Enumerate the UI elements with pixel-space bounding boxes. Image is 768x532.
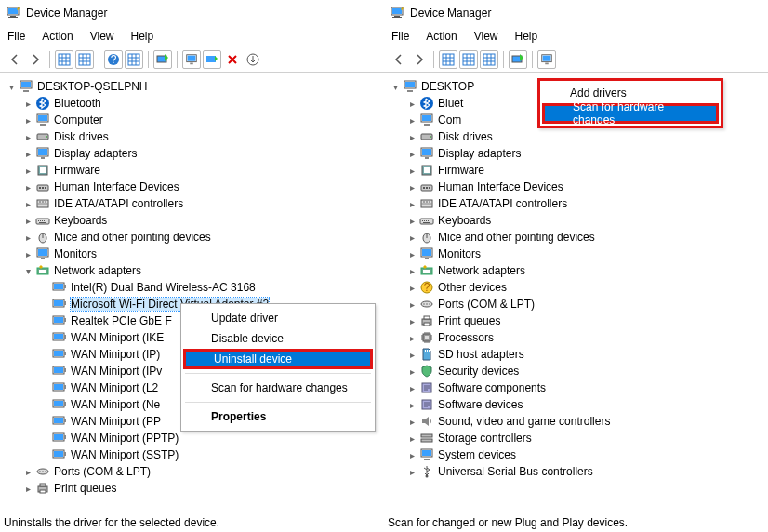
expand-icon[interactable]: ▸: [22, 232, 33, 243]
tree-device[interactable]: ▸WAN Miniport (SSTP): [4, 446, 384, 463]
expand-icon[interactable]: ▸: [22, 248, 33, 259]
update-driver-button[interactable]: [182, 50, 201, 69]
tree-category[interactable]: ▸Monitors: [4, 246, 384, 262]
tree-category[interactable]: ▸IDE ATA/ATAPI controllers: [388, 195, 768, 212]
tree-category[interactable]: ▸Display adapters: [4, 145, 384, 162]
expand-icon[interactable]: ▸: [406, 432, 417, 444]
forward-button[interactable]: [410, 50, 429, 69]
expand-icon[interactable]: ▸: [22, 466, 33, 477]
tree-category[interactable]: ▸Storage controllers: [388, 430, 768, 446]
expand-icon[interactable]: ▸: [406, 299, 417, 310]
expand-icon[interactable]: ▾: [6, 81, 17, 92]
tree-category[interactable]: ▸Monitors: [388, 246, 768, 262]
help-button[interactable]: [104, 50, 123, 69]
expand-icon[interactable]: ▸: [406, 215, 417, 226]
menu-view[interactable]: View: [90, 30, 114, 43]
tree-category[interactable]: ▸Network adapters: [388, 262, 768, 279]
expand-icon[interactable]: ▸: [406, 248, 417, 259]
tree-category[interactable]: ▸Software devices: [388, 396, 768, 413]
show-hide-tree-button[interactable]: [439, 50, 457, 69]
expand-icon[interactable]: ▸: [22, 181, 33, 193]
expand-icon[interactable]: ▸: [406, 165, 417, 176]
tree-category[interactable]: ▸Security devices: [388, 363, 768, 379]
expand-icon[interactable]: ▸: [406, 148, 417, 159]
ctx-scan-hardware[interactable]: Scan for hardware changes: [183, 378, 373, 398]
expand-icon[interactable]: ▸: [406, 131, 417, 142]
tree-category[interactable]: ▸Print queues: [388, 313, 768, 329]
expand-icon[interactable]: ▸: [406, 349, 417, 360]
tree-category[interactable]: ▸Mice and other pointing devices: [4, 229, 384, 246]
expand-icon[interactable]: ▾: [22, 265, 33, 276]
tree-category[interactable]: ▸Processors: [388, 329, 768, 346]
action-context-menu[interactable]: Add drivers Scan for hardware changes: [537, 78, 723, 128]
properties-grid-button[interactable]: [75, 50, 94, 69]
expand-icon[interactable]: ▸: [22, 114, 33, 126]
expand-icon[interactable]: ▸: [406, 416, 417, 427]
update-driver-button[interactable]: [537, 50, 556, 69]
scan-hw-button[interactable]: [153, 50, 172, 69]
action-button[interactable]: [480, 50, 498, 69]
tree-category[interactable]: ▸Ports (COM & LPT): [388, 296, 768, 313]
expand-icon[interactable]: ▸: [406, 399, 417, 410]
expand-icon[interactable]: ▸: [406, 449, 417, 460]
tree-device[interactable]: ▸Intel(R) Dual Band Wireless-AC 3168: [4, 279, 384, 296]
expand-icon[interactable]: ▸: [406, 382, 417, 393]
ctx-uninstall-device[interactable]: Uninstall device: [183, 349, 373, 369]
tree-category[interactable]: ▸Keyboards: [4, 212, 384, 229]
expand-icon[interactable]: ▸: [406, 198, 417, 209]
scan-hw-button[interactable]: [509, 50, 527, 69]
expand-icon[interactable]: ▸: [406, 332, 417, 343]
expand-icon[interactable]: ▸: [406, 181, 417, 193]
tree-category[interactable]: ▸Disk drives: [4, 128, 384, 145]
menu-help[interactable]: Help: [515, 30, 538, 43]
tree-category[interactable]: ▸IDE ATA/ATAPI controllers: [4, 195, 384, 212]
enable-device-button[interactable]: [203, 50, 221, 69]
menu-file[interactable]: File: [391, 30, 409, 43]
expand-icon[interactable]: ▸: [22, 148, 33, 159]
expand-icon[interactable]: ▸: [406, 366, 417, 377]
tree-root[interactable]: ▾DESKTOP-QSELPNH: [4, 78, 384, 95]
expand-icon[interactable]: ▸: [406, 114, 417, 126]
expand-icon[interactable]: ▸: [22, 131, 33, 142]
expand-icon[interactable]: ▸: [22, 165, 33, 176]
expand-icon[interactable]: ▸: [406, 232, 417, 243]
uninstall-device-button[interactable]: [223, 50, 242, 69]
expand-icon[interactable]: ▾: [390, 81, 401, 92]
ctx-disable-device[interactable]: Disable device: [183, 328, 373, 349]
expand-icon[interactable]: ▸: [22, 198, 33, 209]
tree-category[interactable]: ▸Disk drives: [388, 128, 768, 145]
tree-category[interactable]: ▸System devices: [388, 446, 768, 463]
menu-help[interactable]: Help: [131, 30, 154, 43]
device-tree[interactable]: ▾DESKTOP-QSELPNH▸Bluetooth▸Computer▸Disk…: [0, 73, 384, 512]
tree-category[interactable]: ▸Human Interface Devices: [4, 179, 384, 195]
forward-button[interactable]: [26, 50, 45, 69]
disable-device-button[interactable]: [244, 50, 262, 69]
tree-category[interactable]: ▸Display adapters: [388, 145, 768, 162]
expand-icon[interactable]: ▸: [406, 282, 417, 293]
expand-icon[interactable]: ▸: [22, 215, 33, 226]
tree-category[interactable]: ▸Other devices: [388, 279, 768, 296]
tree-category[interactable]: ▸Mice and other pointing devices: [388, 229, 768, 246]
tree-category[interactable]: ▸Keyboards: [388, 212, 768, 229]
tree-category[interactable]: ▸Ports (COM & LPT): [4, 463, 384, 480]
tree-category[interactable]: ▾Network adapters: [4, 262, 384, 279]
show-hide-tree-button[interactable]: [55, 50, 73, 69]
ctx-scan-hardware[interactable]: Scan for hardware changes: [542, 103, 719, 124]
action-button[interactable]: [125, 50, 143, 69]
back-button[interactable]: [390, 50, 408, 69]
menu-file[interactable]: File: [7, 30, 25, 43]
tree-category[interactable]: ▸Firmware: [4, 162, 384, 179]
menu-view[interactable]: View: [474, 30, 498, 43]
tree-category[interactable]: ▸Sound, video and game controllers: [388, 413, 768, 430]
tree-category[interactable]: ▸Firmware: [388, 162, 768, 179]
ctx-update-driver[interactable]: Update driver: [183, 308, 373, 328]
expand-icon[interactable]: ▸: [406, 466, 417, 477]
back-button[interactable]: [6, 50, 24, 69]
tree-category[interactable]: ▸Software components: [388, 379, 768, 396]
tree-category[interactable]: ▸Bluetooth: [4, 95, 384, 112]
device-tree[interactable]: ▾DESKTOP▸Bluet▸Com▸Disk drives▸Display a…: [384, 73, 768, 512]
tree-category[interactable]: ▸Print queues: [4, 480, 384, 497]
expand-icon[interactable]: ▸: [406, 98, 417, 109]
menu-action[interactable]: Action: [42, 30, 73, 43]
expand-icon[interactable]: ▸: [22, 483, 33, 494]
